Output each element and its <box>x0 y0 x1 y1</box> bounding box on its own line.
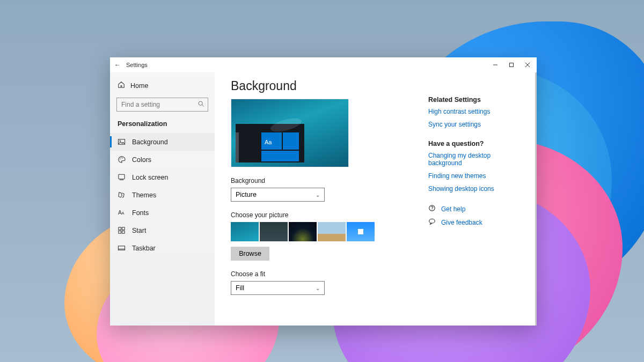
svg-rect-1 <box>510 63 514 67</box>
search-icon <box>197 100 204 109</box>
help-icon <box>428 204 436 213</box>
link-desktop-icons[interactable]: Showing desktop icons <box>428 185 526 193</box>
sidebar-item-fonts[interactable]: AA Fonts <box>110 204 215 221</box>
right-panel: Related Settings High contrast settings … <box>428 79 526 326</box>
svg-rect-15 <box>119 227 121 230</box>
link-sync-settings[interactable]: Sync your settings <box>428 121 526 128</box>
sidebar-item-themes[interactable]: Themes <box>110 186 215 204</box>
link-high-contrast[interactable]: High contrast settings <box>428 108 526 115</box>
feedback-icon <box>428 218 436 227</box>
sidebar-item-label: Background <box>132 138 168 146</box>
picture-thumb[interactable] <box>260 222 288 241</box>
link-get-help[interactable]: Get help <box>441 205 465 213</box>
taskbar-icon <box>118 244 126 252</box>
palette-icon <box>118 156 126 164</box>
background-dropdown-label: Background <box>231 177 428 184</box>
sidebar-item-start[interactable]: Start <box>110 221 215 239</box>
svg-point-8 <box>120 159 121 160</box>
settings-window: ← Settings Home Personalization Backgrou… <box>110 57 537 326</box>
sidebar-item-label: Themes <box>132 191 156 199</box>
sidebar-item-label: Taskbar <box>132 245 156 252</box>
content-area: Background Aa Background Picture ⌄ Choos… <box>231 79 428 326</box>
picture-thumbnails <box>231 222 428 241</box>
svg-point-7 <box>120 141 121 142</box>
sidebar-item-lockscreen[interactable]: Lock screen <box>110 168 215 186</box>
back-arrow-icon: ← <box>114 61 121 69</box>
background-dropdown-value: Picture <box>236 191 257 198</box>
chevron-down-icon: ⌄ <box>316 192 320 198</box>
related-settings-heading: Related Settings <box>428 96 526 104</box>
svg-point-4 <box>199 101 202 105</box>
search-input[interactable] <box>116 98 208 112</box>
scrollbar[interactable] <box>535 72 537 326</box>
svg-rect-11 <box>119 174 125 179</box>
sidebar-item-colors[interactable]: Colors <box>110 151 215 168</box>
fit-dropdown[interactable]: Fill ⌄ <box>231 281 325 295</box>
picture-thumb[interactable] <box>231 222 259 241</box>
sidebar-item-label: Lock screen <box>132 174 168 181</box>
picture-thumb[interactable] <box>318 222 346 241</box>
svg-text:A: A <box>118 210 122 216</box>
sidebar: Home Personalization Background Colors L… <box>110 72 215 326</box>
start-icon <box>118 226 126 234</box>
svg-text:A: A <box>122 211 125 216</box>
svg-point-9 <box>121 157 122 158</box>
picture-thumb[interactable] <box>347 222 375 241</box>
maximize-button[interactable] <box>503 57 519 72</box>
background-dropdown[interactable]: Picture ⌄ <box>231 188 325 202</box>
question-heading: Have a question? <box>428 140 526 147</box>
preview-tile-text: Aa <box>265 139 272 145</box>
page-title: Background <box>231 79 428 93</box>
sidebar-item-taskbar[interactable]: Taskbar <box>110 239 215 257</box>
choose-picture-label: Choose your picture <box>231 211 428 219</box>
svg-rect-17 <box>119 231 121 233</box>
lock-icon <box>118 173 126 181</box>
link-changing-background[interactable]: Changing my desktop background <box>428 152 526 167</box>
home-icon <box>118 81 125 90</box>
svg-point-10 <box>122 158 123 159</box>
svg-point-22 <box>431 209 432 210</box>
fit-dropdown-label: Choose a fit <box>231 270 428 278</box>
fonts-icon: AA <box>118 209 126 217</box>
svg-point-23 <box>429 219 435 223</box>
sidebar-home[interactable]: Home <box>110 77 215 94</box>
back-button[interactable]: ← <box>111 61 124 69</box>
svg-rect-12 <box>120 180 124 180</box>
titlebar: ← Settings <box>110 57 537 72</box>
chevron-down-icon: ⌄ <box>316 285 320 291</box>
svg-rect-16 <box>122 227 125 230</box>
close-button[interactable] <box>519 57 536 72</box>
svg-rect-6 <box>118 139 125 144</box>
svg-rect-19 <box>118 246 125 250</box>
link-give-feedback[interactable]: Give feedback <box>441 219 482 226</box>
picture-icon <box>118 138 126 146</box>
sidebar-item-label: Colors <box>132 156 151 164</box>
app-title: Settings <box>126 62 148 68</box>
fit-dropdown-value: Fill <box>236 284 244 292</box>
link-finding-themes[interactable]: Finding new themes <box>428 172 526 180</box>
browse-button[interactable]: Browse <box>231 247 269 261</box>
themes-icon <box>118 191 126 199</box>
sidebar-item-label: Start <box>132 227 146 234</box>
sidebar-item-background[interactable]: Background <box>110 133 215 151</box>
picture-thumb[interactable] <box>289 222 317 241</box>
sidebar-home-label: Home <box>130 82 148 90</box>
sidebar-category: Personalization <box>110 117 215 133</box>
sidebar-item-label: Fonts <box>132 209 149 217</box>
svg-line-5 <box>202 105 204 107</box>
minimize-button[interactable] <box>487 57 503 72</box>
wallpaper-preview: Aa <box>231 99 349 167</box>
svg-rect-18 <box>122 231 125 233</box>
